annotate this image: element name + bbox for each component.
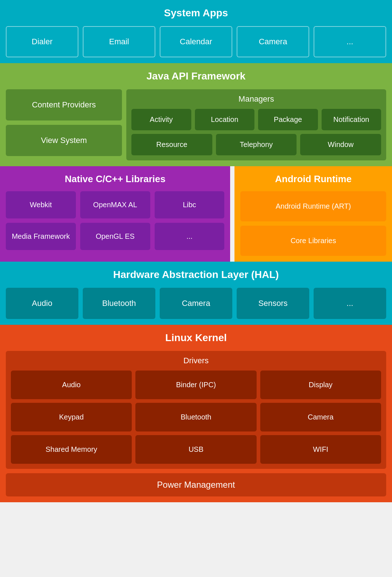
native-row1: Webkit OpenMAX AL Libc [6,191,224,218]
native-media: Media Framework [6,223,76,250]
java-api-content: Content Providers View System Managers A… [6,89,386,160]
hal-audio: Audio [6,288,78,319]
driver-audio: Audio [11,371,132,399]
runtime-art: Android Runtime (ART) [240,191,386,221]
native-title: Native C/C++ Libraries [6,172,224,187]
app-camera: Camera [237,26,309,57]
managers-title: Managers [131,94,381,104]
driver-display: Display [260,371,381,399]
app-calendar: Calendar [160,26,232,57]
driver-keypad: Keypad [11,403,132,431]
linux-kernel-layer: Linux Kernel Drivers Audio Binder (IPC) … [0,325,392,502]
native-row2: Media Framework OpenGL ES ... [6,223,224,250]
manager-location: Location [195,109,255,130]
drivers-row2: Keypad Bluetooth Camera [11,403,381,431]
manager-notification: Notification [322,109,381,130]
native-more: ... [155,223,225,250]
manager-window: Window [300,134,381,155]
driver-wifi: WIFI [260,435,381,464]
hal-more: ... [314,288,386,319]
native-runtime-row: Native C/C++ Libraries Webkit OpenMAX AL… [0,166,392,262]
android-runtime-section: Android Runtime Android Runtime (ART) Co… [234,166,392,262]
system-apps-layer: System Apps Dialer Email Calendar Camera… [0,0,392,63]
native-libc: Libc [155,191,225,218]
drivers-row3: Shared Memory USB WIFI [11,435,381,464]
driver-usb: USB [135,435,256,464]
manager-package: Package [258,109,318,130]
hal-layer: Hardware Abstraction Layer (HAL) Audio B… [0,262,392,325]
app-more: ... [314,26,386,57]
linux-title: Linux Kernel [6,331,386,347]
managers-row1: Activity Location Package Notification [131,109,381,130]
hal-row: Audio Bluetooth Camera Sensors ... [6,288,386,319]
java-api-left: Content Providers View System [6,89,122,160]
driver-camera: Camera [260,403,381,431]
java-api-layer: Java API Framework Content Providers Vie… [0,63,392,166]
manager-telephony: Telephony [216,134,297,155]
driver-binder: Binder (IPC) [135,371,256,399]
native-grid: Webkit OpenMAX AL Libc Media Framework O… [6,191,224,250]
runtime-title: Android Runtime [240,172,386,187]
native-opengl: OpenGL ES [80,223,150,250]
system-apps-row: Dialer Email Calendar Camera ... [6,26,386,57]
content-providers: Content Providers [6,89,122,120]
driver-shared-memory: Shared Memory [11,435,132,464]
drivers-row1: Audio Binder (IPC) Display [11,371,381,399]
manager-activity: Activity [131,109,191,130]
native-openmax: OpenMAX AL [80,191,150,218]
hal-sensors: Sensors [237,288,309,319]
hal-bluetooth: Bluetooth [83,288,155,319]
driver-bluetooth: Bluetooth [135,403,256,431]
drivers-title: Drivers [11,356,381,365]
hal-title: Hardware Abstraction Layer (HAL) [6,267,386,283]
app-dialer: Dialer [6,26,78,57]
power-management: Power Management [6,473,386,496]
hal-camera: Camera [160,288,232,319]
system-apps-title: System Apps [6,6,386,22]
native-webkit: Webkit [6,191,76,218]
runtime-core-libs: Core Libraries [240,226,386,256]
view-system: View System [6,125,122,156]
managers-row2: Resource Telephony Window [131,134,381,155]
manager-resource: Resource [131,134,212,155]
drivers-section: Drivers Audio Binder (IPC) Display Keypa… [6,351,386,469]
native-section: Native C/C++ Libraries Webkit OpenMAX AL… [0,166,230,262]
managers-section: Managers Activity Location Package Notif… [126,89,386,160]
java-api-title: Java API Framework [6,69,386,85]
app-email: Email [83,26,155,57]
